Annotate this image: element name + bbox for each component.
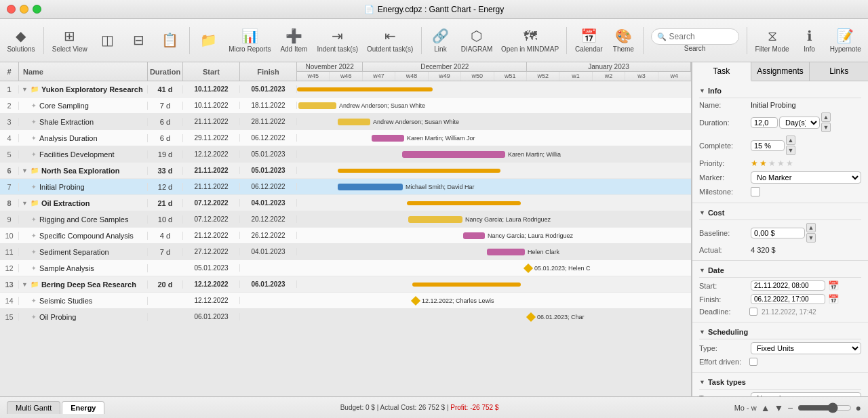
indent-left-button[interactable]: ◫	[93, 22, 123, 60]
search-box[interactable]: 🔍	[651, 28, 739, 45]
gantt-bar[interactable]	[407, 201, 521, 205]
maximize-button[interactable]	[33, 5, 41, 14]
section-info-header[interactable]: ▼ Info	[699, 84, 861, 98]
table-row[interactable]: 11✦Sediment Separation7 d27.12.202204.01…	[0, 244, 691, 260]
finish-date-input[interactable]	[751, 294, 825, 304]
gantt-bar[interactable]	[298, 102, 336, 109]
table-row[interactable]: 5✦Facilities Development19 d12.12.202205…	[0, 146, 691, 163]
baseline-down[interactable]: ▼	[806, 233, 816, 243]
gantt-bar[interactable]	[412, 283, 521, 287]
minimize-button[interactable]	[20, 5, 28, 14]
bar-label: Karen Martin; William Jor	[407, 135, 475, 142]
table-row[interactable]: 2✦Core Sampling7 d10.11.202218.11.2022An…	[0, 98, 691, 114]
star-4[interactable]: ★	[777, 159, 785, 168]
milestone-checkbox[interactable]	[751, 187, 760, 196]
expand-icon[interactable]: ▼	[22, 200, 28, 207]
star-1[interactable]: ★	[751, 159, 758, 168]
zoom-down-icon[interactable]: ▼	[774, 402, 783, 413]
view3-button[interactable]: ⊟	[124, 22, 154, 60]
star-3[interactable]: ★	[768, 159, 776, 168]
expand-icon[interactable]: ▼	[22, 281, 28, 288]
duration-down[interactable]: ▼	[821, 123, 831, 132]
field-actual-row: Actual: 4 320 $	[699, 246, 861, 254]
start-calendar-icon[interactable]: 📅	[828, 280, 839, 291]
percent-up[interactable]: ▲	[786, 135, 795, 145]
table-row[interactable]: 15✦Oil Probing06.01.202306.01.2023; Char	[0, 309, 691, 325]
table-row[interactable]: 6▼📁North Sea Exploration33 d21.11.202205…	[0, 163, 691, 179]
start-date-input[interactable]	[751, 280, 825, 291]
gantt-bar[interactable]	[338, 184, 403, 190]
section-task-types-header[interactable]: ▼ Task types	[699, 375, 861, 390]
percent-input[interactable]	[751, 140, 785, 151]
mindmap-button[interactable]: 🗺 Open in MINDMAP	[498, 22, 561, 60]
deadline-checkbox[interactable]	[749, 308, 757, 316]
calendar-button[interactable]: 📅 Calendar	[571, 22, 607, 60]
section-cost-header[interactable]: ▼ Cost	[699, 206, 861, 220]
cell-duration: 12 d	[148, 183, 183, 191]
table-row[interactable]: 1▼📁Yukon Exploratory Research41 d10.11.2…	[0, 81, 691, 98]
types-select[interactable]: Normal	[751, 392, 861, 396]
tab-multi-gantt[interactable]: Multi Gantt	[7, 401, 60, 414]
filter-mode-button[interactable]: ⧖ Filter Mode	[751, 22, 793, 60]
gantt-bar[interactable]	[463, 232, 485, 239]
folder-button[interactable]: 📁	[194, 22, 224, 60]
cell-id: 15	[0, 313, 19, 321]
search-input[interactable]	[669, 32, 733, 41]
gantt-bar[interactable]	[338, 169, 500, 173]
info-button[interactable]: ℹ Info	[795, 22, 825, 60]
baseline-up[interactable]: ▲	[806, 223, 816, 232]
close-button[interactable]	[7, 5, 16, 14]
micro-reports-button[interactable]: 📊 Micro Reports	[225, 22, 275, 60]
days-select[interactable]: Day(s)	[779, 117, 820, 129]
gantt-bar[interactable]	[487, 249, 525, 255]
tab-links[interactable]: Links	[810, 62, 868, 81]
expand-icon[interactable]: ▼	[22, 167, 28, 174]
table-row[interactable]: 9✦Rigging and Core Samples10 d07.12.2022…	[0, 211, 691, 228]
table-row[interactable]: 8▼📁Oil Extraction21 d07.12.202204.01.202…	[0, 195, 691, 211]
priority-stars[interactable]: ★ ★ ★ ★ ★	[751, 159, 793, 168]
percent-down[interactable]: ▼	[786, 146, 795, 155]
tab-assignments[interactable]: Assignments	[751, 62, 810, 81]
baseline-input[interactable]	[751, 228, 805, 238]
expand-icon[interactable]: ▼	[22, 86, 28, 93]
table-row[interactable]: 14✦Seismic Studies12.12.202212.12.2022; …	[0, 293, 691, 309]
diagram-button[interactable]: ⬡ DIAGRAM	[456, 22, 496, 60]
type-select[interactable]: Fixed Units	[751, 342, 861, 354]
star-5[interactable]: ★	[786, 159, 793, 168]
marker-select[interactable]: No Marker	[751, 171, 861, 184]
duration-up[interactable]: ▲	[821, 112, 831, 122]
gantt-bar[interactable]	[297, 87, 433, 91]
table-row[interactable]: 4✦Analysis Duration6 d29.11.202206.12.20…	[0, 130, 691, 146]
zoom-minus-button[interactable]: −	[787, 402, 793, 413]
zoom-up-icon[interactable]: ▲	[761, 402, 770, 413]
star-2[interactable]: ★	[760, 159, 767, 168]
outdent-tasks-button[interactable]: ⇤ Outdent task(s)	[363, 22, 417, 60]
solutions-button[interactable]: ◆ Solutions	[3, 22, 39, 60]
cell-start: 27.12.2022	[183, 248, 240, 255]
table-row[interactable]: 3✦Shale Extraction6 d21.11.202228.11.202…	[0, 114, 691, 130]
gantt-bar[interactable]	[402, 151, 505, 158]
gantt-bar[interactable]	[372, 135, 404, 142]
zoom-circle-button[interactable]: ●	[856, 402, 861, 413]
indent-tasks-button[interactable]: ⇥ Indent task(s)	[313, 22, 362, 60]
tab-task[interactable]: Task	[692, 62, 751, 81]
section-date-header[interactable]: ▼ Date	[699, 264, 861, 278]
gantt-bar[interactable]	[408, 216, 462, 223]
select-view-button[interactable]: ⊞ Select View	[48, 22, 92, 60]
tab-energy[interactable]: Energy	[62, 401, 104, 414]
hypernote-button[interactable]: 📝 Hypernote	[826, 22, 865, 60]
gantt-bar[interactable]	[338, 119, 370, 125]
doc-button[interactable]: 📋	[155, 22, 185, 60]
finish-calendar-icon[interactable]: 📅	[828, 294, 839, 304]
table-row[interactable]: 13▼📁Bering Deep Sea Research20 d12.12.20…	[0, 276, 691, 293]
link-button[interactable]: 🔗 Link	[425, 22, 455, 60]
table-row[interactable]: 7✦Initial Probing12 d21.11.202206.12.202…	[0, 179, 691, 195]
add-item-button[interactable]: ➕ Add Item	[276, 22, 312, 60]
section-scheduling-header[interactable]: ▼ Scheduling	[699, 325, 861, 339]
duration-input[interactable]	[751, 117, 778, 128]
theme-button[interactable]: 🎨 Theme	[608, 22, 639, 60]
effort-checkbox[interactable]	[749, 358, 757, 366]
zoom-slider[interactable]	[797, 402, 852, 413]
table-row[interactable]: 12✦Sample Analysis05.01.202305.01.2023; …	[0, 260, 691, 276]
table-row[interactable]: 10✦Specific Compound Analysis4 d21.12.20…	[0, 228, 691, 244]
